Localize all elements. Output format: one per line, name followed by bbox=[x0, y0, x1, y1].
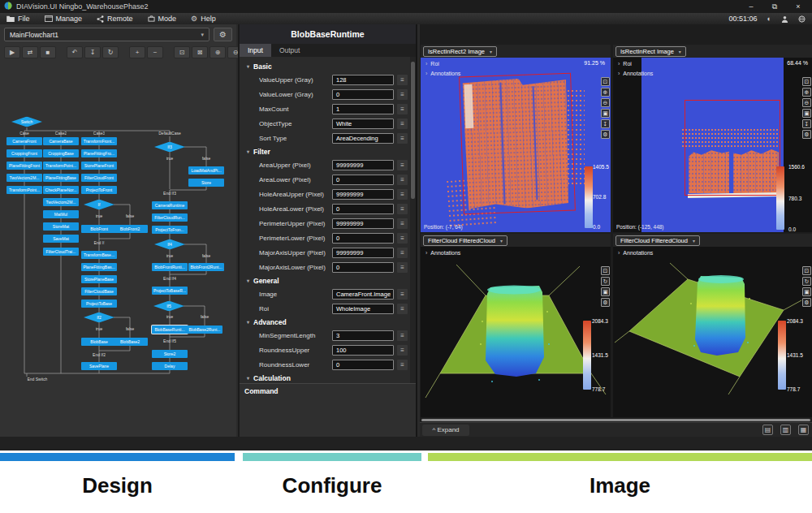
param-input[interactable]: 0 bbox=[332, 89, 394, 100]
cloud-viewport[interactable]: ›Annotations 2084.31431.5778.7 ⊡↻▣⚙ bbox=[421, 247, 611, 417]
flow-node-projecttobase[interactable]: ProjectToBase bbox=[81, 300, 117, 308]
menu-mode[interactable]: Mode bbox=[148, 15, 177, 23]
overlay-annotations[interactable]: ›Annotations bbox=[425, 250, 460, 256]
param-input[interactable]: 0 bbox=[332, 360, 394, 370]
overlay-annotations[interactable]: ›Annotations bbox=[618, 250, 653, 256]
plane-view-button[interactable]: ▣ bbox=[802, 287, 811, 296]
param-input[interactable]: 3 bbox=[332, 330, 394, 341]
param-menu-button[interactable]: ≡ bbox=[397, 104, 408, 114]
param-input[interactable]: 0 bbox=[332, 204, 394, 214]
collapse-icon[interactable]: ▾ bbox=[247, 319, 249, 325]
param-menu-button[interactable]: ≡ bbox=[397, 233, 408, 244]
minimize-icon[interactable]: – bbox=[741, 2, 761, 11]
zoom-in-button[interactable]: ⊕ bbox=[802, 88, 811, 97]
flow-node-filtercloudbase[interactable]: FilterCloudBase bbox=[81, 287, 117, 295]
flow-node-twovectors2m[interactable]: TwoVectors2M... bbox=[43, 198, 79, 206]
globe-icon[interactable] bbox=[798, 15, 806, 23]
actual-size-button[interactable]: ▣ bbox=[601, 109, 610, 118]
flow-node-storeplanebase[interactable]: StorePlaneBase bbox=[81, 275, 117, 283]
flow-node-transformpoint[interactable]: TransformPoint... bbox=[43, 162, 79, 170]
image-viewport[interactable]: ›Roi›Annotations 68.44 % 1560.6780.30.0 … bbox=[613, 58, 812, 232]
param-menu-button[interactable]: ≡ bbox=[397, 345, 408, 356]
rotate-button[interactable]: ↻ bbox=[802, 277, 811, 286]
zoom-add-button[interactable]: + bbox=[129, 46, 145, 58]
cloud-viewport[interactable]: ›Annotations 2084.31431.5778.7 ⊡↻▣⚙ bbox=[613, 247, 812, 417]
image-source-select[interactable]: IsRectInRect2 Image ▾ bbox=[423, 46, 497, 57]
param-menu-button[interactable]: ≡ bbox=[397, 330, 408, 341]
flow-node-storemat[interactable]: StoreMat bbox=[43, 222, 79, 231]
zoom-in-button[interactable]: ⊕ bbox=[601, 88, 610, 97]
layout-single-button[interactable]: ▤ bbox=[762, 425, 773, 435]
flow-node-filtercloudtrai[interactable]: FilterCloudTrai... bbox=[43, 248, 79, 256]
param-menu-button[interactable]: ≡ bbox=[397, 119, 408, 129]
flow-node-blobfrontrunti[interactable]: BlobFrontRunti... bbox=[152, 263, 188, 271]
collapse-icon[interactable]: ▾ bbox=[247, 375, 249, 381]
fit-view-button[interactable]: ⊡ bbox=[802, 266, 811, 275]
layout-grid-button[interactable]: ▦ bbox=[798, 425, 809, 435]
param-menu-button[interactable]: ≡ bbox=[397, 304, 408, 314]
param-menu-button[interactable]: ≡ bbox=[397, 218, 408, 229]
flow-node-saveplane[interactable]: SavePlane bbox=[81, 362, 117, 370]
zoom-out-button[interactable]: ⊖ bbox=[601, 98, 610, 107]
undo-button[interactable]: ↶ bbox=[67, 46, 83, 58]
flow-node-twovectors2m[interactable]: TwoVectors2M... bbox=[6, 174, 42, 182]
flow-node-filtercloudrun[interactable]: FilterCloudRun... bbox=[152, 213, 188, 222]
flow-node-delay[interactable]: Delay bbox=[152, 362, 188, 370]
param-input[interactable]: 0 bbox=[332, 233, 394, 244]
param-input[interactable]: 99999999 bbox=[332, 189, 394, 200]
param-input[interactable]: 1 bbox=[332, 104, 394, 114]
save-button[interactable]: ↧ bbox=[802, 119, 811, 128]
center-view-button[interactable]: ⊠ bbox=[192, 46, 208, 58]
fit-view-button[interactable]: ⊡ bbox=[174, 46, 190, 58]
settings-button[interactable]: ⚙ bbox=[802, 298, 811, 307]
flow-node-camerabase[interactable]: CameraBase bbox=[43, 137, 79, 145]
flow-node-checkplanenor[interactable]: CheckPlaneNor... bbox=[43, 186, 79, 194]
horizontal-scrollbar[interactable] bbox=[421, 419, 810, 421]
param-input[interactable]: 128 bbox=[332, 75, 394, 85]
flow-node-blobbaserunti[interactable]: BlobBaseRunti... bbox=[152, 325, 188, 334]
param-menu-button[interactable]: ≡ bbox=[397, 175, 408, 185]
layout-split-button[interactable]: ▥ bbox=[780, 425, 791, 435]
tab-input[interactable]: Input bbox=[240, 44, 271, 57]
cloud-source-select[interactable]: FilterCloud FilteredCloud ▾ bbox=[423, 235, 508, 246]
overlay-roi[interactable]: ›Roi bbox=[618, 61, 653, 67]
flow-node-filtercloudfront[interactable]: FilterCloudFront bbox=[81, 174, 117, 182]
menu-manage[interactable]: Manage bbox=[45, 15, 83, 23]
step-down-button[interactable]: ↧ bbox=[84, 46, 101, 58]
param-menu-button[interactable]: ≡ bbox=[397, 160, 408, 170]
flow-node-store2[interactable]: Store2 bbox=[152, 350, 188, 358]
param-menu-button[interactable]: ≡ bbox=[397, 189, 408, 200]
scrollbar-thumb[interactable] bbox=[411, 62, 415, 199]
overlay-roi[interactable]: ›Roi bbox=[425, 61, 460, 67]
fit-view-button[interactable]: ⊡ bbox=[601, 77, 610, 86]
settings-button[interactable]: ⚙ bbox=[601, 130, 610, 139]
param-menu-button[interactable]: ≡ bbox=[397, 204, 408, 214]
zoom-subtract-button[interactable]: − bbox=[147, 46, 163, 58]
fit-view-button[interactable]: ⊡ bbox=[802, 77, 811, 86]
fit-view-button[interactable]: ⊡ bbox=[601, 266, 610, 275]
overlay-annotations[interactable]: ›Annotations bbox=[618, 71, 653, 76]
flow-node-store[interactable]: Store bbox=[188, 179, 224, 187]
flow-node-cameraruntime[interactable]: CameraRuntime bbox=[152, 201, 188, 209]
param-menu-button[interactable]: ≡ bbox=[397, 289, 408, 300]
flowchart-canvas[interactable]: SwitchCaseCase2Case3DefaultCaseCameraFro… bbox=[0, 63, 236, 437]
param-input[interactable]: 99999999 bbox=[332, 218, 394, 229]
menu-help[interactable]: ⚙Help bbox=[191, 15, 216, 23]
flow-node-planefittingfront[interactable]: PlaneFittingFront bbox=[6, 162, 42, 170]
save-button[interactable]: ↧ bbox=[601, 119, 610, 128]
maximize-icon[interactable]: ⧉ bbox=[765, 2, 784, 11]
collapse-icon[interactable]: ▾ bbox=[247, 63, 249, 69]
flow-node-blobfront2[interactable]: BlobFront2 bbox=[112, 225, 148, 233]
flow-node-savemat[interactable]: SaveMat bbox=[43, 235, 79, 243]
param-input[interactable]: 0 bbox=[332, 262, 394, 273]
param-menu-button[interactable]: ≡ bbox=[397, 133, 408, 144]
param-input[interactable]: 100 bbox=[332, 345, 394, 356]
inspector-scrollbar[interactable] bbox=[410, 57, 416, 383]
flow-node-projecttobaser[interactable]: ProjectToBaseR... bbox=[152, 287, 188, 295]
stop-button[interactable]: ■ bbox=[40, 46, 56, 58]
zoom-in-button[interactable]: ⊕ bbox=[209, 46, 226, 58]
theme-icon[interactable]: ◐ bbox=[767, 15, 771, 23]
param-menu-button[interactable]: ≡ bbox=[397, 262, 408, 273]
flow-node-matmul[interactable]: MatMul bbox=[43, 210, 79, 218]
flowchart-settings-button[interactable]: ⚙ bbox=[214, 28, 232, 41]
